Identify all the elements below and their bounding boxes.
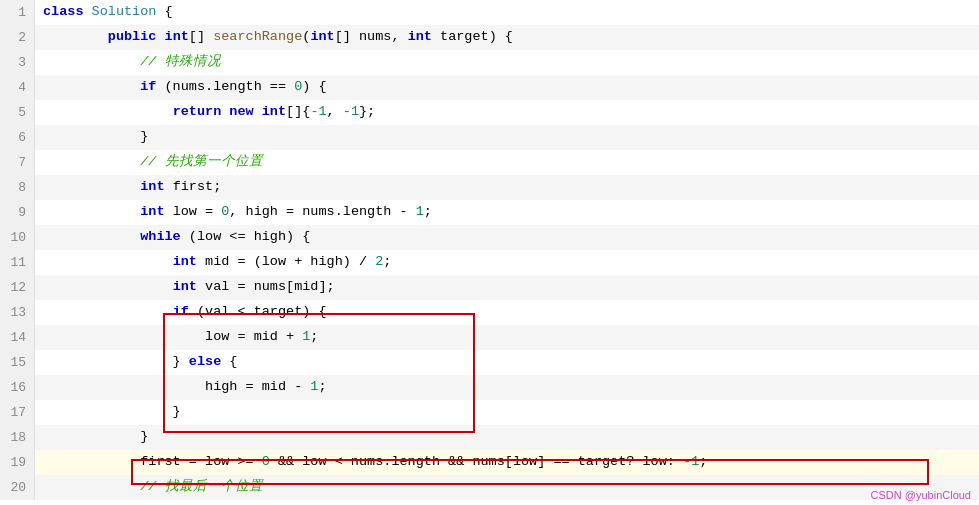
code-line: 15 } else { [0, 350, 979, 375]
token-num: 1 [302, 327, 310, 347]
token-kw: int [165, 27, 189, 47]
token-plain [43, 277, 173, 297]
line-number: 2 [0, 25, 35, 50]
line-content: low = mid + 1; [35, 325, 979, 350]
code-line: 13 if (val < target) { [0, 300, 979, 325]
line-number: 15 [0, 350, 35, 375]
token-kw: else [189, 352, 221, 372]
line-number: 4 [0, 75, 35, 100]
line-content: return new int[]{-1, -1}; [35, 100, 979, 125]
line-content: int first; [35, 175, 979, 200]
token-plain: } [43, 352, 189, 372]
line-number: 19 [0, 450, 35, 475]
token-plain [156, 27, 164, 47]
token-plain: [] nums, [335, 27, 408, 47]
token-plain [43, 77, 140, 97]
token-num: 1 [416, 202, 424, 222]
code-line: 11 int mid = (low + high) / 2; [0, 250, 979, 275]
token-fn: searchRange [213, 27, 302, 47]
code-line: 4 if (nums.length == 0) { [0, 75, 979, 100]
line-content: // 先找第一个位置 [35, 150, 979, 175]
token-plain [43, 152, 140, 172]
line-number: 14 [0, 325, 35, 350]
code-line: 14 low = mid + 1; [0, 325, 979, 350]
code-line: 7 // 先找第一个位置 [0, 150, 979, 175]
code-line: 10 while (low <= high) { [0, 225, 979, 250]
token-plain [221, 102, 229, 122]
line-number: 1 [0, 0, 35, 25]
token-num: -1 [343, 102, 359, 122]
code-line: 8 int first; [0, 175, 979, 200]
line-content: // 特殊情况 [35, 50, 979, 75]
line-number: 10 [0, 225, 35, 250]
token-plain: { [156, 2, 172, 22]
line-number: 3 [0, 50, 35, 75]
line-number: 18 [0, 425, 35, 450]
line-number: 8 [0, 175, 35, 200]
token-plain [43, 177, 140, 197]
token-plain: low = mid + [205, 327, 302, 347]
token-plain: low = [165, 202, 222, 222]
code-line: 9 int low = 0, high = nums.length - 1; [0, 200, 979, 225]
token-kw: int [140, 202, 164, 222]
code-line: 2 public int[] searchRange(int[] nums, i… [0, 25, 979, 50]
token-plain: [] [189, 27, 213, 47]
code-line: 6 } [0, 125, 979, 150]
token-plain [43, 227, 140, 247]
code-line: 16 high = mid - 1; [0, 375, 979, 400]
code-line: 3 // 特殊情况 [0, 50, 979, 75]
line-content: int val = nums[mid]; [35, 275, 979, 300]
token-plain: (nums.length == [156, 77, 294, 97]
token-plain: , high = nums.length - [229, 202, 415, 222]
token-plain [43, 252, 173, 272]
line-number: 20 [0, 475, 35, 500]
token-num: 2 [375, 252, 383, 272]
line-content: } [35, 125, 979, 150]
token-plain: , [327, 102, 343, 122]
token-kw: int [173, 277, 197, 297]
line-number: 16 [0, 375, 35, 400]
token-plain: ; [383, 252, 391, 272]
token-kw: public [108, 27, 157, 47]
token-plain: } [43, 402, 181, 422]
token-plain: mid = (low + high) / [197, 252, 375, 272]
token-plain: val = nums[mid]; [197, 277, 335, 297]
token-kw: int [173, 252, 197, 272]
token-num: 0 [294, 77, 302, 97]
line-content: if (nums.length == 0) { [35, 75, 979, 100]
token-plain [43, 302, 173, 322]
token-kw: int [310, 27, 334, 47]
token-plain: target) { [432, 27, 513, 47]
code-container: 1class Solution {2 public int[] searchRa… [0, 0, 979, 505]
token-cls: Solution [92, 2, 157, 22]
token-plain [43, 52, 140, 72]
line-number: 5 [0, 100, 35, 125]
code-line: 18 } [0, 425, 979, 450]
line-number: 12 [0, 275, 35, 300]
line-content: // 找最后一个位置 [35, 475, 979, 500]
token-num: 0 [262, 452, 270, 472]
watermark: CSDN @yubinCloud [871, 489, 971, 501]
token-plain: && low < nums.length && nums[low] == tar… [270, 452, 683, 472]
line-content: } else { [35, 350, 979, 375]
line-number: 9 [0, 200, 35, 225]
line-content: int low = 0, high = nums.length - 1; [35, 200, 979, 225]
token-plain [43, 202, 140, 222]
line-number: 6 [0, 125, 35, 150]
line-number: 11 [0, 250, 35, 275]
token-plain [43, 452, 140, 472]
code-line: 12 int val = nums[mid]; [0, 275, 979, 300]
token-plain: { [221, 352, 237, 372]
token-num: -1 [683, 452, 699, 472]
token-plain: } [43, 427, 148, 447]
token-plain: ) { [302, 77, 326, 97]
token-kw: if [173, 302, 189, 322]
token-plain: ; [310, 327, 318, 347]
token-num: 1 [310, 377, 318, 397]
token-plain [43, 477, 140, 497]
token-kw: return [173, 102, 222, 122]
line-content: public int[] searchRange(int[] nums, int… [35, 25, 979, 50]
line-content: if (val < target) { [35, 300, 979, 325]
token-plain: ; [318, 377, 326, 397]
token-plain: first; [165, 177, 222, 197]
